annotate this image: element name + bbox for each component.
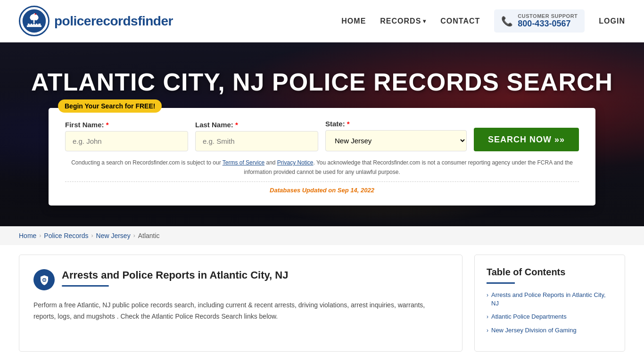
first-name-input[interactable] bbox=[65, 131, 188, 151]
toc-link[interactable]: Atlantic Police Departments bbox=[491, 313, 567, 321]
content-left: Arrests and Police Reports in Atlantic C… bbox=[19, 255, 462, 352]
nav-records[interactable]: RECORDS ▾ bbox=[380, 17, 426, 25]
toc-item: ›Arrests and Police Reports in Atlantic … bbox=[487, 291, 613, 308]
hero-title: ATLANTIC CITY, NJ POLICE RECORDS SEARCH bbox=[31, 68, 613, 96]
svg-rect-4 bbox=[27, 25, 41, 27]
toc-chevron-icon: › bbox=[487, 327, 488, 334]
svg-point-14 bbox=[44, 280, 45, 280]
svg-rect-7 bbox=[34, 20, 36, 25]
hero-section: ATLANTIC CITY, NJ POLICE RECORDS SEARCH … bbox=[0, 42, 644, 226]
svg-point-11 bbox=[33, 13, 35, 15]
main-content: Arrests and Police Reports in Atlantic C… bbox=[0, 245, 644, 361]
toc-link[interactable]: New Jersey Division of Gaming bbox=[491, 326, 577, 335]
article-title: Arrests and Police Reports in Atlantic C… bbox=[62, 269, 288, 281]
chevron-down-icon: ▾ bbox=[423, 18, 426, 25]
article-header: Arrests and Police Reports in Atlantic C… bbox=[33, 269, 448, 290]
svg-rect-8 bbox=[37, 20, 39, 25]
breadcrumb-sep-1: › bbox=[39, 232, 41, 239]
last-name-input[interactable] bbox=[195, 131, 318, 151]
breadcrumb-current: Atlantic bbox=[138, 232, 160, 239]
shield-icon bbox=[39, 274, 50, 286]
article-body: Perform a free Atlantic, NJ public polic… bbox=[33, 300, 448, 322]
logo-icon bbox=[19, 6, 50, 36]
customer-support-box[interactable]: 📞 CUSTOMER SUPPORT 800-433-0567 bbox=[494, 9, 585, 33]
terms-link[interactable]: Terms of Service bbox=[223, 159, 264, 166]
toc-link[interactable]: Arrests and Police Reports in Atlantic C… bbox=[491, 291, 613, 308]
phone-icon: 📞 bbox=[501, 16, 513, 27]
hero-content: ATLANTIC CITY, NJ POLICE RECORDS SEARCH … bbox=[0, 54, 644, 214]
breadcrumb: Home › Police Records › New Jersey › Atl… bbox=[0, 226, 644, 245]
article-title-block: Arrests and Police Reports in Atlantic C… bbox=[62, 269, 288, 287]
toc-item: ›New Jersey Division of Gaming bbox=[487, 326, 613, 335]
breadcrumb-home[interactable]: Home bbox=[19, 232, 36, 239]
search-button[interactable]: SEARCH NOW »» bbox=[474, 128, 579, 151]
first-name-group: First Name: * bbox=[65, 121, 188, 151]
free-badge: Begin Your Search for FREE! bbox=[58, 99, 162, 113]
db-update: Databases Updated on Sep 14, 2022 bbox=[65, 181, 579, 194]
toc-list: ›Arrests and Police Reports in Atlantic … bbox=[487, 291, 613, 335]
state-group: State: * AlabamaAlaskaArizonaArkansasCal… bbox=[325, 120, 467, 151]
support-details: CUSTOMER SUPPORT 800-433-0567 bbox=[518, 13, 578, 29]
nav-contact[interactable]: CONTACT bbox=[440, 17, 480, 25]
toc-title: Table of Contents bbox=[487, 267, 613, 278]
last-name-label: Last Name: * bbox=[195, 121, 318, 129]
nav-home[interactable]: HOME bbox=[341, 17, 366, 25]
login-button[interactable]: LOGIN bbox=[599, 17, 625, 25]
breadcrumb-sep-3: › bbox=[133, 232, 135, 239]
required-mark-2: * bbox=[235, 121, 238, 129]
toc-chevron-icon: › bbox=[487, 313, 488, 320]
search-fields: First Name: * Last Name: * State: * bbox=[65, 120, 579, 151]
svg-rect-6 bbox=[32, 20, 33, 25]
required-mark-3: * bbox=[347, 120, 350, 128]
logo[interactable]: policerecordsfinder bbox=[19, 6, 173, 36]
main-nav: HOME RECORDS ▾ CONTACT 📞 CUSTOMER SUPPOR… bbox=[341, 9, 625, 33]
state-label: State: * bbox=[325, 120, 467, 128]
required-mark: * bbox=[106, 121, 109, 129]
privacy-link[interactable]: Privacy Notice bbox=[277, 159, 314, 166]
first-name-label: First Name: * bbox=[65, 121, 188, 129]
toc-underline bbox=[487, 282, 515, 284]
logo-text: policerecordsfinder bbox=[54, 14, 173, 29]
capitol-icon bbox=[21, 8, 47, 34]
search-card: Begin Your Search for FREE! First Name: … bbox=[49, 108, 595, 205]
toc-chevron-icon: › bbox=[487, 292, 488, 298]
title-underline bbox=[62, 285, 109, 287]
support-phone: 800-433-0567 bbox=[518, 19, 578, 29]
breadcrumb-new-jersey[interactable]: New Jersey bbox=[96, 232, 131, 239]
support-label: CUSTOMER SUPPORT bbox=[518, 13, 578, 19]
state-select[interactable]: AlabamaAlaskaArizonaArkansasCaliforniaCo… bbox=[325, 130, 467, 151]
disclaimer-text: Conducting a search on Recordsfinder.com… bbox=[65, 158, 579, 176]
last-name-group: Last Name: * bbox=[195, 121, 318, 151]
table-of-contents: Table of Contents ›Arrests and Police Re… bbox=[474, 255, 625, 352]
site-header: policerecordsfinder HOME RECORDS ▾ CONTA… bbox=[0, 0, 644, 42]
toc-item: ›Atlantic Police Departments bbox=[487, 313, 613, 321]
breadcrumb-sep-2: › bbox=[91, 232, 93, 239]
badge-icon bbox=[33, 269, 55, 290]
svg-rect-5 bbox=[29, 20, 31, 25]
breadcrumb-police-records[interactable]: Police Records bbox=[44, 232, 88, 239]
